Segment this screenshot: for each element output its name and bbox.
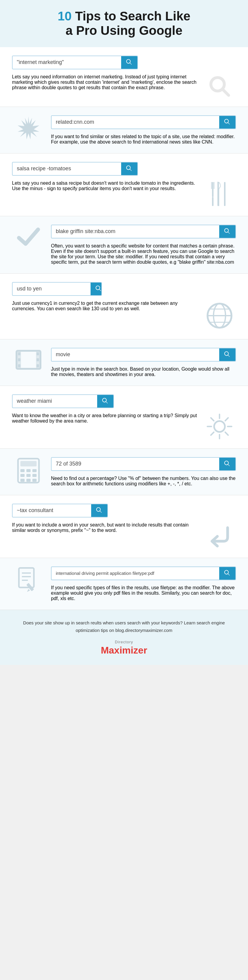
tip-1-icon bbox=[203, 74, 236, 98]
tip-7-search-button[interactable] bbox=[97, 395, 113, 407]
tip-10-content: If you need specific types of files in t… bbox=[12, 566, 236, 601]
tip-5-description: Just use currency1 in currency2 to get t… bbox=[12, 301, 197, 312]
tip-6-search-button[interactable] bbox=[219, 348, 235, 361]
tip-9-search-wrapper bbox=[12, 504, 236, 517]
tip-8-search-input[interactable] bbox=[52, 458, 219, 470]
tip-5-search-input[interactable] bbox=[13, 283, 90, 295]
svg-rect-18 bbox=[18, 358, 21, 361]
tip-8-search-bar bbox=[51, 457, 236, 471]
tip-2-search-input[interactable] bbox=[52, 116, 219, 128]
svg-rect-4 bbox=[212, 197, 213, 206]
tip-6-description: Just type in movie in the search box. Ba… bbox=[51, 366, 236, 377]
svg-rect-17 bbox=[18, 352, 21, 355]
svg-point-23 bbox=[214, 421, 225, 432]
tip-8-content: Need to find out a percentage? Use "% of… bbox=[12, 457, 236, 487]
tip-2-content: If you want to find similar or sites rel… bbox=[12, 115, 236, 145]
tip-7-search-input[interactable] bbox=[13, 395, 97, 407]
tip-10: If you need specific types of files in t… bbox=[0, 558, 248, 610]
tip-9-description: If you want to include a word in your se… bbox=[12, 522, 197, 533]
tip-10-icon bbox=[12, 566, 45, 593]
tip-4-search-wrapper bbox=[51, 225, 236, 239]
tip-2-description: If you want to find similar or sites rel… bbox=[51, 134, 236, 145]
tip-10-search-button[interactable] bbox=[219, 567, 235, 580]
check-icon bbox=[16, 225, 41, 249]
tip-6-icon bbox=[12, 348, 45, 372]
brand-directory: Directory bbox=[115, 640, 133, 644]
tip-2-search-button[interactable] bbox=[219, 116, 235, 129]
brand-maximizer-m: M bbox=[101, 645, 109, 655]
brand: Directory Maximizer bbox=[12, 640, 236, 656]
tip-7: Want to know the weather in a city or ar… bbox=[0, 386, 248, 449]
sun-icon bbox=[206, 413, 233, 440]
svg-rect-40 bbox=[21, 479, 25, 482]
svg-rect-37 bbox=[21, 474, 25, 477]
search-icon bbox=[224, 352, 231, 358]
search-icon bbox=[224, 228, 231, 235]
svg-marker-2 bbox=[18, 116, 39, 139]
tip-8-search-button[interactable] bbox=[219, 458, 235, 470]
tip-10-search-bar bbox=[51, 566, 236, 580]
tip-9-search-input[interactable] bbox=[13, 504, 91, 517]
svg-rect-41 bbox=[26, 479, 31, 482]
tip-7-content: Want to know the weather in a city or ar… bbox=[12, 413, 236, 440]
tip-5-search-wrapper bbox=[12, 282, 236, 296]
header: 10 Tips to Search Likea Pro Using Google bbox=[0, 0, 248, 47]
tip-6-search-input[interactable] bbox=[52, 348, 219, 361]
tip-3-search-button[interactable] bbox=[121, 162, 137, 175]
svg-rect-35 bbox=[26, 469, 31, 472]
tip-4-icon bbox=[12, 225, 45, 249]
search-icon bbox=[102, 398, 109, 404]
page-title: 10 Tips to Search Likea Pro Using Google bbox=[12, 9, 236, 38]
tip-1-search-button[interactable] bbox=[121, 56, 137, 69]
tip-8-icon bbox=[12, 457, 45, 484]
tip-7-search-wrapper bbox=[12, 395, 236, 408]
main-container: 10 Tips to Search Likea Pro Using Google… bbox=[0, 0, 248, 665]
svg-line-1 bbox=[223, 89, 229, 95]
title-text1: Tips to Search Likea Pro Using Google bbox=[66, 9, 190, 38]
search-icon bbox=[224, 461, 231, 467]
tip-1-search-input[interactable] bbox=[13, 56, 121, 68]
tip-10-text: If you need specific types of files in t… bbox=[51, 566, 236, 601]
tip-7-icon bbox=[203, 413, 236, 440]
tip-1-search-bar bbox=[12, 56, 138, 69]
tip-9-search-button[interactable] bbox=[91, 504, 107, 517]
return-arrow-icon bbox=[206, 522, 233, 549]
tip-2-icon bbox=[12, 115, 45, 139]
search-icon bbox=[95, 286, 102, 292]
tip-3-search-input[interactable] bbox=[13, 162, 121, 175]
search-icon bbox=[126, 165, 133, 172]
svg-rect-38 bbox=[26, 474, 31, 477]
tip-5: Just use currency1 in currency2 to get t… bbox=[0, 274, 248, 339]
tip-2: If you want to find similar or sites rel… bbox=[0, 107, 248, 153]
tip-2-search-bar bbox=[51, 115, 236, 129]
svg-rect-36 bbox=[32, 469, 36, 472]
search-icon bbox=[96, 507, 103, 514]
svg-rect-43 bbox=[19, 568, 34, 587]
svg-rect-42 bbox=[32, 479, 36, 482]
tip-6-search-bar bbox=[51, 348, 236, 362]
footer-text: Does your site show up in search reults … bbox=[12, 619, 236, 634]
tip-4-description: Often, you want to search a specific web… bbox=[51, 243, 236, 265]
tip-2-search-wrapper bbox=[51, 115, 236, 129]
tip-1-search-wrapper bbox=[12, 56, 236, 69]
svg-line-30 bbox=[225, 418, 228, 421]
svg-rect-39 bbox=[32, 474, 36, 477]
svg-rect-34 bbox=[21, 469, 25, 472]
tip-8: Need to find out a percentage? Use "% of… bbox=[0, 449, 248, 495]
tip-1-description: Lets say you need information on interne… bbox=[12, 74, 197, 91]
tip-4-search-button[interactable] bbox=[219, 225, 235, 238]
tip-9-search-bar bbox=[12, 504, 108, 517]
tip-3-icon bbox=[203, 180, 236, 208]
tip-6: Just type in movie in the search box. Ba… bbox=[0, 339, 248, 386]
tip-10-search-input[interactable] bbox=[52, 568, 219, 579]
tip-4-search-input[interactable] bbox=[52, 225, 219, 237]
tip-9-content: If you want to include a word in your se… bbox=[12, 522, 236, 549]
tip-9-icon bbox=[203, 522, 236, 549]
tip-6-text: Just type in movie in the search box. Ba… bbox=[51, 348, 236, 377]
tip-10-search-wrapper bbox=[51, 566, 236, 580]
tip-5-search-button[interactable] bbox=[90, 283, 102, 295]
tip-2-text: If you want to find similar or sites rel… bbox=[51, 115, 236, 145]
tip-7-search-bar bbox=[12, 395, 114, 408]
tip-5-content: Just use currency1 in currency2 to get t… bbox=[12, 301, 236, 331]
svg-rect-19 bbox=[18, 364, 21, 368]
